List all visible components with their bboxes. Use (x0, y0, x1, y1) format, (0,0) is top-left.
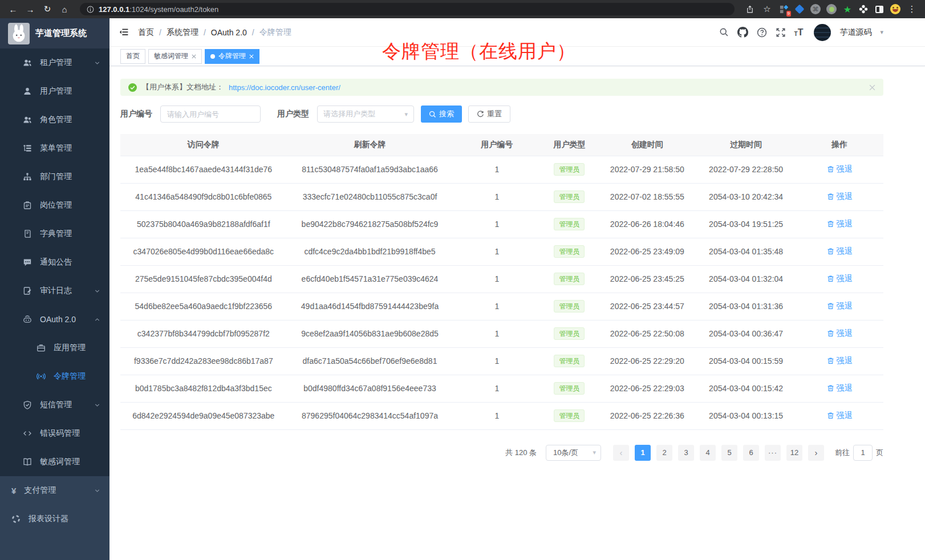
force-logout-button[interactable]: 强退 (827, 328, 853, 339)
page-button-5[interactable]: 5 (721, 445, 737, 461)
fullscreen-icon[interactable] (776, 27, 786, 38)
trash-icon (827, 165, 834, 173)
trash-icon (827, 357, 834, 364)
chevron-down-icon[interactable]: ▾ (880, 29, 883, 36)
search-icon[interactable] (719, 27, 729, 37)
page-button-6[interactable]: 6 (743, 445, 759, 461)
sidebar-item-pay[interactable]: ¥ 支付管理 (0, 476, 109, 505)
user-type-select[interactable]: 请选择用户类型 ▾ (317, 105, 414, 123)
create-time-cell: 2022-06-25 22:29:20 (598, 347, 697, 375)
prev-page-button[interactable]: ‹ (613, 445, 629, 461)
bookmark-star-icon[interactable]: ☆ (760, 2, 774, 16)
more-pages-icon[interactable]: ··· (765, 445, 781, 461)
chevron-down-icon (94, 402, 100, 408)
app-logo[interactable]: 芋道管理系统 (0, 18, 109, 48)
create-time-cell: 2022-06-25 22:50:08 (598, 320, 697, 347)
col-create-time: 创建时间 (598, 134, 697, 156)
search-form: 用户编号 用户类型 请选择用户类型 ▾ 搜索 重置 (120, 105, 883, 123)
user-type-badge: 管理员 (554, 245, 585, 258)
share-icon[interactable] (743, 2, 757, 16)
create-time-cell: 2022-06-25 22:29:03 (598, 375, 697, 402)
page-size-select[interactable]: 10条/页 ▾ (546, 445, 601, 461)
sidebar-item-sms[interactable]: 短信管理 (0, 391, 109, 419)
sidebar-item-oauth[interactable]: OAuth 2.0 (0, 305, 109, 334)
sidebar-item-report[interactable]: 报表设计器 (0, 505, 109, 533)
sidebar-item-menu[interactable]: 菜单管理 (0, 134, 109, 163)
sidebar-item-oauth-app[interactable]: 应用管理 (0, 334, 109, 362)
action-cell: 强退 (796, 156, 883, 183)
force-logout-button[interactable]: 强退 (827, 301, 853, 311)
breadcrumb-home[interactable]: 首页 (138, 27, 154, 38)
tab-token-manage[interactable]: 令牌管理 (205, 49, 259, 64)
site-info-icon[interactable] (87, 6, 94, 13)
close-icon[interactable] (249, 54, 254, 59)
sidebar-item-post[interactable]: 岗位管理 (0, 191, 109, 220)
force-logout-button[interactable]: 强退 (827, 356, 853, 366)
sidebar-item-oauth-token[interactable]: 令牌管理 (0, 362, 109, 391)
page-button-4[interactable]: 4 (700, 445, 716, 461)
sidebar-item-role[interactable]: 角色管理 (0, 105, 109, 134)
doc-link[interactable]: https://doc.iocoder.cn/user-center/ (229, 83, 340, 92)
pinwheel-extension-icon[interactable] (857, 2, 870, 16)
page-button-2[interactable]: 2 (656, 445, 672, 461)
force-logout-button[interactable]: 强退 (827, 246, 853, 257)
font-size-icon[interactable]: TT (794, 28, 804, 37)
force-logout-button[interactable]: 强退 (827, 411, 853, 421)
extension-badge: 9 (786, 11, 791, 17)
next-page-button[interactable]: › (808, 445, 824, 461)
sidebar-item-dict[interactable]: 字典管理 (0, 220, 109, 248)
force-logout-button[interactable]: 强退 (827, 383, 853, 393)
user-type-badge: 管理员 (554, 273, 585, 285)
reset-button[interactable]: 重置 (468, 105, 510, 123)
extension-blocks-icon[interactable]: 9 (777, 2, 790, 16)
alert-close-icon[interactable] (869, 84, 875, 91)
force-logout-button[interactable]: 强退 (827, 219, 853, 229)
sidebar-item-dept[interactable]: 部门管理 (0, 163, 109, 191)
table-row: 275e5de9151045fe87cbdc395e004f4d e6cfd40… (120, 265, 883, 293)
search-button[interactable]: 搜索 (421, 105, 462, 123)
user-id-input[interactable] (160, 105, 261, 123)
star-extension-icon[interactable]: ★ (841, 2, 854, 16)
id-badge-icon (23, 201, 32, 210)
force-logout-button[interactable]: 强退 (827, 164, 853, 175)
browser-back-icon[interactable]: ← (6, 2, 21, 16)
user-name[interactable]: 芋道源码 (839, 27, 871, 38)
action-cell: 强退 (796, 210, 883, 238)
profile-emoji-icon[interactable] (889, 2, 902, 16)
breadcrumb-oauth[interactable]: OAuth 2.0 (211, 28, 247, 37)
browser-menu-kebab-icon[interactable]: ⋮ (904, 2, 919, 16)
browser-forward-icon[interactable]: → (23, 2, 38, 16)
sidebar-item-audit[interactable]: 审计日志 (0, 277, 109, 305)
sidebar-item-sensitive[interactable]: 敏感词管理 (0, 448, 109, 476)
page-button-3[interactable]: 3 (678, 445, 694, 461)
user-avatar[interactable] (814, 24, 831, 41)
page-button-12[interactable]: 12 (786, 445, 802, 461)
token-table: 访问令牌 刷新令牌 用户编号 用户类型 创建时间 过期时间 操作 1ea5e44… (120, 134, 883, 430)
sidebar-item-tenant[interactable]: 租户管理 (0, 48, 109, 77)
sidebar-toggle-icon[interactable] (873, 2, 886, 16)
force-logout-button[interactable]: 强退 (827, 192, 853, 202)
browser-reload-icon[interactable]: ↻ (40, 2, 55, 16)
breadcrumb-system[interactable]: 系统管理 (167, 27, 198, 38)
tab-sensitive-word[interactable]: 敏感词管理 (148, 49, 202, 64)
access-token-cell: 41c41346a548490f9dc8b01c6bfe0865 (120, 183, 287, 210)
command-extension-icon[interactable]: ⌘ (809, 2, 822, 16)
user-id-cell: 1 (453, 293, 541, 320)
address-bar[interactable]: 127.0.0.1:1024/system/oauth2/token (80, 3, 735, 15)
expire-time-cell: 2054-03-04 00:15:59 (696, 347, 796, 375)
sidebar-item-notice[interactable]: 通知公告 (0, 248, 109, 277)
recorder-extension-icon[interactable] (825, 2, 838, 16)
browser-home-icon[interactable]: ⌂ (57, 2, 72, 16)
page-button-1[interactable]: 1 (635, 445, 651, 461)
help-icon[interactable] (757, 27, 767, 38)
tab-home[interactable]: 首页 (120, 49, 145, 64)
force-logout-button[interactable]: 强退 (827, 274, 853, 284)
gem-extension-icon[interactable] (793, 2, 806, 16)
sidebar-item-errcode[interactable]: 错误码管理 (0, 419, 109, 448)
sidebar-fold-icon[interactable] (119, 27, 129, 37)
goto-page-input[interactable] (853, 445, 873, 461)
main-area: 令牌管理（在线用户） 首页 / 系统管理 / OAuth 2.0 / 令牌管理 … (109, 18, 925, 560)
github-icon[interactable] (737, 27, 748, 38)
close-icon[interactable] (192, 54, 196, 59)
sidebar-item-user[interactable]: 用户管理 (0, 77, 109, 105)
